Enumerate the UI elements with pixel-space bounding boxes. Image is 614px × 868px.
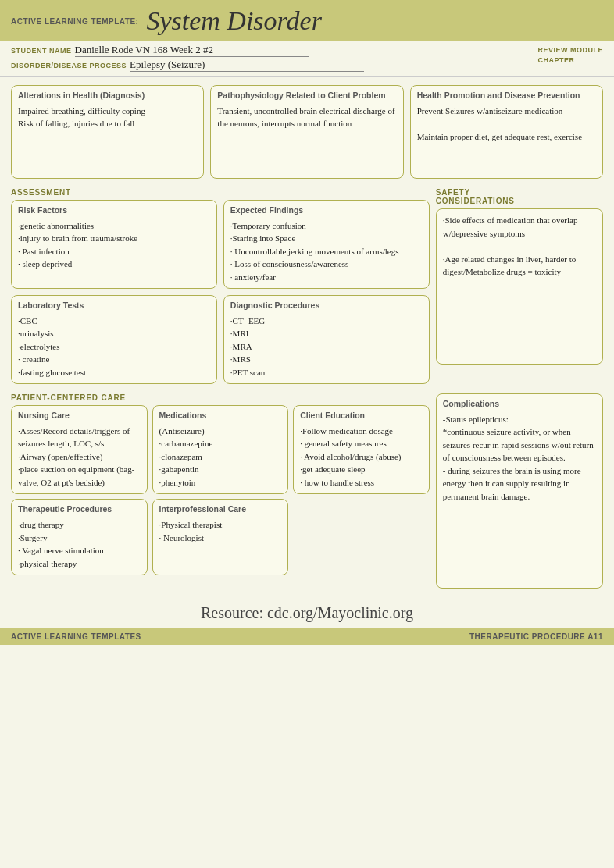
nursing-care-box: Nursing Care ·Asses/Record details/trigg… [11, 405, 148, 494]
footer-right: THERAPEUTIC PROCEDURE A11 [469, 632, 603, 641]
header: ACTIVE LEARNING TEMPLATE: System Disorde… [0, 0, 614, 41]
client-education-content: ·Follow medication dosage · general safe… [300, 425, 423, 489]
lab-tests-content: ·CBC ·urinalysis ·electrolytes · creatin… [18, 315, 210, 379]
medications-box: Medications (Antiseizure) ·carbamazepine… [152, 405, 289, 494]
therapeutic-procedures-content: ·drug therapy ·Surgery · Vagal nerve sti… [18, 518, 141, 570]
complications-title: Complications [443, 399, 596, 410]
alterations-title: Alterations in Health (Diagnosis) [18, 91, 197, 101]
client-education-title: Client Education [300, 411, 423, 422]
interprofessional-care-title: Interprofessional Care [159, 504, 282, 515]
care-grid-top: Nursing Care ·Asses/Record details/trigg… [11, 405, 430, 494]
page-title: System Disorder [146, 6, 321, 36]
health-promotion-box: Health Promotion and Disease Prevention … [410, 85, 603, 179]
risk-factors-title: Risk Factors [18, 205, 210, 216]
risk-factors-box: Risk Factors ·genetic abnormalities ·inj… [11, 200, 217, 289]
care-main: PATIENT-CENTERED CARE Nursing Care ·Asse… [11, 393, 430, 589]
health-promotion-title: Health Promotion and Disease Prevention [417, 91, 596, 101]
expected-findings-box: Expected Findings ·Temporary confusion ·… [223, 200, 430, 289]
disorder-value: Epilepsy (Seizure) [130, 59, 364, 72]
assessment-side: SAFETY CONSIDERATIONS ·Side effects of m… [436, 188, 603, 384]
assessment-main: ASSESSMENT Risk Factors ·genetic abnorma… [11, 188, 430, 384]
disorder-row: DISORDER/DISEASE PROCESS Epilepsy (Seizu… [11, 59, 537, 72]
care-header: PATIENT-CENTERED CARE [11, 393, 430, 402]
complications-content: -Status epilepticus: *continuous seizure… [443, 413, 596, 503]
diagnostic-procedures-content: ·CT -EEG ·MRI ·MRA ·MRS ·PET scan [230, 315, 423, 379]
therapeutic-procedures-box: Therapeutic Procedures ·drug therapy ·Su… [11, 499, 148, 575]
diagnostic-procedures-box: Diagnostic Procedures ·CT -EEG ·MRI ·MRA… [223, 295, 430, 384]
info-bar: STUDENT NAME Danielle Rode VN 168 Week 2… [0, 41, 614, 77]
review-module-label: REVIEW MODULE [537, 45, 603, 55]
resource-section: Resource: cdc.org/Mayoclinic.org [0, 593, 614, 625]
resource-text: Resource: cdc.org/Mayoclinic.org [201, 604, 413, 621]
footer-left: ACTIVE LEARNING TEMPLATES [11, 632, 141, 641]
therapeutic-procedures-title: Therapeutic Procedures [18, 504, 141, 515]
top-section: Alterations in Health (Diagnosis) Impair… [0, 77, 614, 183]
disorder-label: DISORDER/DISEASE PROCESS [11, 61, 127, 71]
assessment-grid: Risk Factors ·genetic abnormalities ·inj… [11, 200, 430, 384]
alterations-box: Alterations in Health (Diagnosis) Impair… [11, 85, 204, 179]
student-name-row: STUDENT NAME Danielle Rode VN 168 Week 2… [11, 44, 537, 57]
assessment-header: ASSESSMENT [11, 188, 430, 197]
footer-bar: ACTIVE LEARNING TEMPLATES THERAPEUTIC PR… [0, 628, 614, 645]
assessment-section: ASSESSMENT Risk Factors ·genetic abnorma… [0, 183, 614, 389]
medications-title: Medications [159, 411, 282, 422]
chapter-label: CHAPTER [537, 55, 603, 66]
diagnostic-procedures-title: Diagnostic Procedures [230, 301, 423, 311]
interprofessional-care-box: Interprofessional Care ·Physical therapi… [152, 499, 289, 575]
pathophysiology-content: Transient, uncontrolled brain electrical… [217, 105, 396, 130]
medications-content: (Antiseizure) ·carbamazepine ·clonazepam… [159, 425, 282, 489]
expected-findings-title: Expected Findings [230, 205, 423, 216]
lab-tests-box: Laboratory Tests ·CBC ·urinalysis ·elect… [11, 295, 217, 384]
client-education-box: Client Education ·Follow medication dosa… [293, 405, 430, 494]
nursing-care-content: ·Asses/Record details/triggers of seizur… [18, 425, 141, 489]
care-side: Complications -Status epilepticus: *cont… [436, 393, 603, 589]
pathophysiology-title: Pathophysiology Related to Client Proble… [217, 91, 396, 101]
safety-header: SAFETY CONSIDERATIONS [436, 188, 603, 205]
safety-content: ·Side effects of medication that overlap… [443, 214, 596, 279]
student-name-value: Danielle Rode VN 168 Week 2 #2 [75, 44, 309, 57]
interprofessional-care-content: ·Physical therapist · Neurologist [159, 518, 282, 544]
info-left: STUDENT NAME Danielle Rode VN 168 Week 2… [11, 44, 537, 73]
student-name-label: STUDENT NAME [11, 46, 72, 56]
care-grid-bottom: Therapeutic Procedures ·drug therapy ·Su… [11, 499, 430, 575]
complications-box: Complications -Status epilepticus: *cont… [436, 393, 603, 589]
risk-factors-content: ·genetic abnormalities ·injury to brain … [18, 219, 210, 271]
expected-findings-content: ·Temporary confusion ·Staring into Space… [230, 219, 423, 284]
alterations-content: Impaired breathing, difficulty coping Ri… [18, 105, 197, 130]
lab-tests-title: Laboratory Tests [18, 301, 210, 311]
pathophysiology-box: Pathophysiology Related to Client Proble… [210, 85, 403, 179]
care-section: PATIENT-CENTERED CARE Nursing Care ·Asse… [0, 389, 614, 593]
nursing-care-title: Nursing Care [18, 411, 141, 422]
health-promotion-content: Prevent Seizures w/antiseizure medicatio… [417, 105, 596, 144]
safety-box: ·Side effects of medication that overlap… [436, 208, 603, 365]
info-right: REVIEW MODULE CHAPTER [537, 44, 603, 65]
active-learning-label: ACTIVE LEARNING TEMPLATE: [11, 17, 138, 26]
